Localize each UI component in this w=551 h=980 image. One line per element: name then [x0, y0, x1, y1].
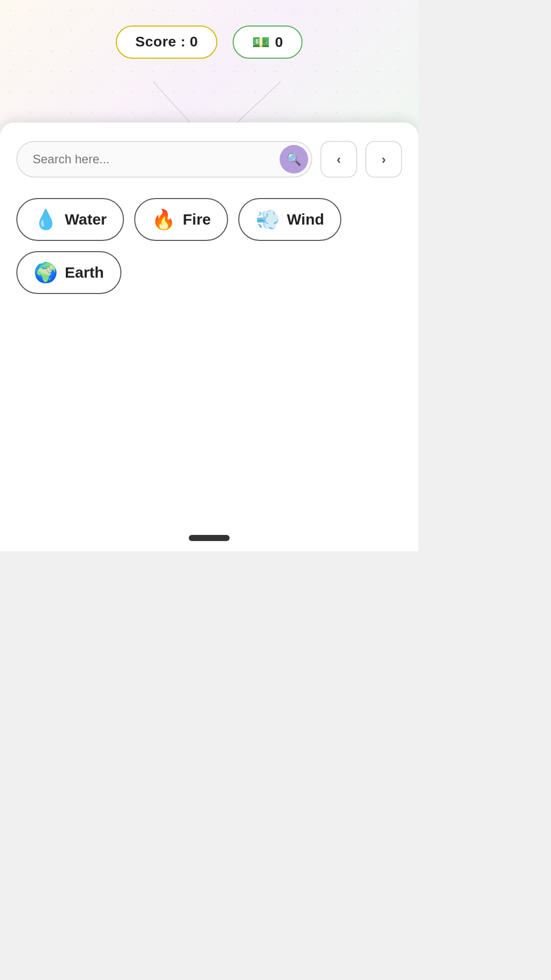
wind-btn-emoji: 💨 — [256, 208, 280, 231]
header: Score : 0 💵 0 — [0, 26, 418, 59]
money-value: 0 — [275, 34, 283, 51]
fire-button[interactable]: 🔥 Fire — [134, 198, 228, 241]
money-icon: 💵 — [252, 34, 270, 51]
search-container: 🔍 — [16, 141, 312, 178]
water-button[interactable]: 💧 Water — [16, 198, 124, 241]
earth-btn-emoji: 🌍 — [34, 261, 58, 284]
elements-grid: 💧 Water 🔥 Fire 💨 Wind 🌍 Earth — [16, 198, 402, 294]
search-input[interactable] — [16, 141, 312, 178]
next-icon: › — [382, 152, 386, 167]
fire-btn-label: Fire — [183, 211, 211, 228]
prev-button[interactable]: ‹ — [320, 141, 357, 178]
earth-btn-label: Earth — [65, 264, 104, 281]
water-btn-label: Water — [65, 211, 107, 228]
bottom-panel: 🔍 ‹ › 💧 Water 🔥 Fire 💨 Wind — [0, 122, 418, 551]
wind-btn-label: Wind — [287, 211, 324, 228]
search-row: 🔍 ‹ › — [16, 141, 402, 178]
score-badge: Score : 0 — [116, 26, 217, 59]
score-label: Score : 0 — [135, 34, 198, 50]
earth-button[interactable]: 🌍 Earth — [16, 251, 121, 294]
prev-icon: ‹ — [337, 152, 341, 167]
home-indicator — [189, 535, 230, 541]
search-button[interactable]: 🔍 — [280, 145, 308, 174]
fire-btn-emoji: 🔥 — [152, 208, 176, 231]
money-badge: 💵 0 — [233, 26, 303, 59]
wind-button[interactable]: 💨 Wind — [238, 198, 341, 241]
water-btn-emoji: 💧 — [34, 208, 58, 231]
next-button[interactable]: › — [365, 141, 402, 178]
game-area: Score : 0 💵 0 🔥 Fire 💧 Water 💨 Steam 🌍 E… — [0, 0, 418, 551]
